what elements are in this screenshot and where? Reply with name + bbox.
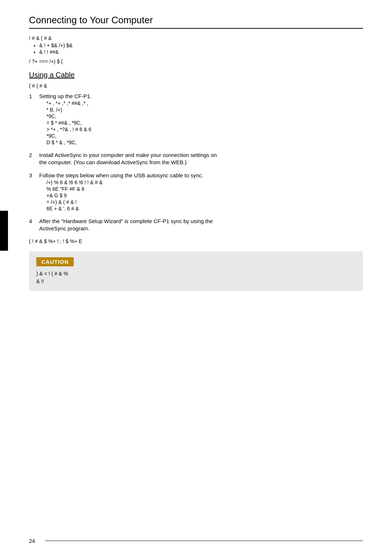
left-tab xyxy=(0,211,8,251)
step-3-content: Follow the steps below when using the US… xyxy=(39,172,363,212)
page-title: Connecting to Your Computer xyxy=(29,15,363,26)
after-steps-line: ( ! # & $ %+ ! ; ! $ %+ E xyxy=(29,238,363,244)
step-1-sub-2: * B, /+) xyxy=(46,107,363,113)
step-2-line2: the computer. (You can download ActiveSy… xyxy=(39,159,363,165)
caution-text-1: ) & < ! ( # & % xyxy=(36,270,356,278)
section-heading: Using a Cable xyxy=(29,71,363,79)
bullet-item-2: & ! ! ##& xyxy=(39,49,363,55)
step-1-main: Setting up the CF-P1. xyxy=(39,93,363,99)
step-3-sub-3: +& G $ 9 xyxy=(46,193,363,198)
step-1-sub: *+ , *+ ,* ,* ##& ,* , * B, /+) *9C, = $… xyxy=(39,100,363,145)
section-sub-intro: ( # ( # & xyxy=(29,83,363,89)
step-2: 2 Install ActiveSync in your computer an… xyxy=(29,152,363,166)
step-1-sub-7: D $ * & , *9C, xyxy=(46,140,363,145)
step-number-4: 4 xyxy=(29,218,39,224)
step-number-3: 3 xyxy=(29,172,39,178)
intro-note: / ?+ =>= /+) $ ( xyxy=(29,58,363,64)
step-4: 4 After the "Hardware Setup Wizard" is c… xyxy=(29,218,363,233)
footer-rule xyxy=(45,541,363,541)
step-3: 3 Follow the steps below when using the … xyxy=(29,172,363,212)
step-4-content: After the "Hardware Setup Wizard" is com… xyxy=(39,218,363,233)
page-number: 24 xyxy=(29,538,42,544)
step-3-sub: /+) % 6 & !6 6 !6 ! ! & # & % 6E "FF #F … xyxy=(39,179,363,211)
step-1-content: Setting up the CF-P1. *+ , *+ ,* ,* ##& … xyxy=(39,93,363,146)
step-2-content: Install ActiveSync in your computer and … xyxy=(39,152,363,166)
step-1-sub-3: *9C, xyxy=(46,113,363,119)
step-1-sub-6: *9C, xyxy=(46,133,363,139)
step-1-sub-1: *+ , *+ ,* ,* ##& ,* , xyxy=(46,100,363,106)
step-2-main: Install ActiveSync in your computer and … xyxy=(39,152,363,158)
page-footer: 24 xyxy=(29,538,363,544)
step-number-1: 1 xyxy=(29,93,39,99)
step-4-line2: ActiveSync program. xyxy=(39,225,363,231)
step-1-sub-5: > *+ , *?& , ! # 6 & 6 xyxy=(46,126,363,132)
step-3-sub-2: % 6E "FF #F & 6 xyxy=(46,186,363,192)
steps-list: 1 Setting up the CF-P1. *+ , *+ ,* ,* ##… xyxy=(29,93,363,233)
caution-block: CAUTION ) & < ! ( # & % & !! xyxy=(29,251,363,291)
step-number-2: 2 xyxy=(29,152,39,158)
step-3-sub-1: /+) % 6 & !6 6 !6 ! ! & # & xyxy=(46,179,363,185)
step-1-sub-4: = $ * ##& , *9C, xyxy=(46,120,363,126)
step-3-sub-4: = /+) & ( # & ! xyxy=(46,199,363,205)
intro-line1: ! # & ( # & xyxy=(29,35,363,41)
caution-label: CAUTION xyxy=(36,257,74,266)
step-1: 1 Setting up the CF-P1. *+ , *+ ,* ,* ##… xyxy=(29,93,363,146)
bullet-item-1: & ! + $& /+) $& xyxy=(39,43,363,48)
step-4-main: After the "Hardware Setup Wizard" is com… xyxy=(39,218,363,224)
step-3-main: Follow the steps below when using the US… xyxy=(39,172,363,178)
caution-text-2: & !! xyxy=(36,278,356,285)
intro-bullets: & ! + $& /+) $& & ! ! ##& xyxy=(39,43,363,55)
title-rule xyxy=(29,28,363,29)
step-3-sub-5: 6E + & '. 6 # & xyxy=(46,206,363,211)
